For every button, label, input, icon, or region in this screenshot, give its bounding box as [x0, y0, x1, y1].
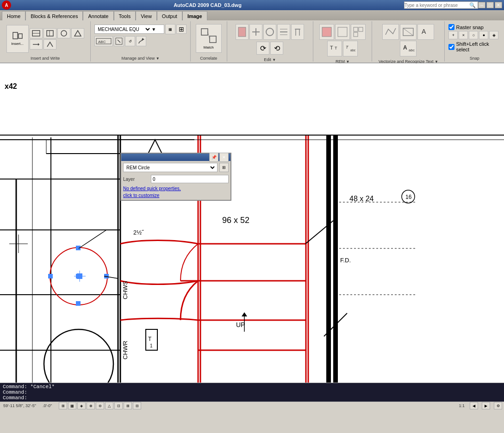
shift-click-checkbox[interactable]	[448, 44, 454, 50]
svg-text:T: T	[346, 45, 349, 49]
ribbon-btn-5[interactable]	[30, 39, 43, 49]
type-dropdown[interactable]: REM Circle	[123, 163, 218, 172]
ribbon-btn-6[interactable]	[44, 39, 56, 49]
ribbon-btn-4[interactable]	[71, 28, 84, 38]
rem-btn4-icon: T T	[328, 42, 341, 55]
manage-btn-5[interactable]: ↺	[125, 36, 135, 46]
snap-btn-4[interactable]: ●	[479, 31, 488, 39]
ribbon-btn-2[interactable]	[44, 28, 56, 38]
insert-button[interactable]: Insert...	[6, 25, 29, 53]
snap-btn-3[interactable]: ○	[469, 31, 478, 39]
manage-view-label: Manage and View ▼	[121, 55, 159, 61]
customize-link[interactable]: click to customize	[123, 193, 229, 198]
rem-btn-5[interactable]: T abc	[343, 41, 358, 56]
snap-mode-btn[interactable]: ⊞	[59, 402, 67, 409]
tab-image[interactable]: Image	[182, 11, 207, 20]
svg-rect-0	[13, 32, 18, 39]
type-settings-button[interactable]: ⊞	[219, 163, 229, 172]
manage-btn-6[interactable]	[136, 36, 146, 46]
vec-btn-2[interactable]	[400, 24, 417, 40]
svg-text:96 x 52: 96 x 52	[222, 216, 249, 225]
layer-input[interactable]	[151, 175, 229, 183]
vec-btn-4[interactable]: A abc	[400, 41, 417, 56]
snap-btn-5[interactable]: ◈	[489, 31, 498, 39]
dialog-close-button[interactable]: ✕	[219, 153, 229, 162]
close-button[interactable]: ✕	[495, 2, 502, 8]
svg-text:x42: x42	[5, 82, 17, 90]
edit-btn-4[interactable]	[277, 24, 290, 40]
rem-btn-4[interactable]: T T	[327, 41, 342, 56]
tab-blocks[interactable]: Blocks & References	[25, 11, 83, 20]
manage-dropdown[interactable]: MECHANICAL EQU ▼	[94, 25, 164, 34]
grid-btn[interactable]: ▦	[68, 402, 76, 409]
edit-btn-1[interactable]	[236, 24, 249, 40]
rem-btn-2[interactable]	[335, 24, 350, 40]
manage-btn-4[interactable]	[114, 36, 124, 46]
manage-btn-2[interactable]: ⊞	[176, 25, 187, 34]
settings-btn[interactable]: ⚙	[494, 402, 502, 409]
ducs-btn[interactable]: ⊡	[114, 402, 123, 409]
maximize-button[interactable]: □	[486, 2, 494, 8]
tab-annotate[interactable]: Annotate	[83, 11, 113, 20]
svg-text:A: A	[422, 28, 426, 35]
otrack-btn[interactable]: △	[105, 402, 113, 409]
edit-btn-6[interactable]: ⟳	[256, 42, 269, 55]
tab-output[interactable]: Output	[157, 11, 182, 20]
vec-btn-3[interactable]: A	[417, 24, 434, 40]
manage-select[interactable]: MECHANICAL EQU	[96, 26, 151, 32]
ribbon-btn-1[interactable]	[30, 28, 43, 38]
svg-rect-29	[354, 32, 358, 37]
svg-rect-4	[47, 31, 53, 36]
manage-btn-1[interactable]: ▦	[165, 24, 175, 34]
raster-snap-checkbox[interactable]	[448, 24, 454, 30]
ribbon-btn-3[interactable]	[57, 28, 70, 38]
rem-btn-1[interactable]	[319, 24, 334, 40]
match-button[interactable]: Match	[196, 24, 222, 53]
lw-btn[interactable]: ⊟	[133, 402, 141, 409]
svg-rect-68	[76, 301, 81, 306]
correlate-label: Correlate	[200, 55, 217, 61]
no-quick-props-link[interactable]: No defined quick properties,	[123, 186, 229, 191]
dyn-btn[interactable]: ⊞	[124, 402, 132, 409]
edit-btn-7[interactable]: ⟲	[270, 42, 283, 55]
dialog-pin-button[interactable]: 📌	[209, 153, 218, 162]
svg-text:CHWS: CHWS	[122, 281, 129, 299]
svg-text:T: T	[330, 45, 333, 50]
tab-tools[interactable]: Tools	[114, 11, 136, 20]
btn2-icon	[45, 29, 55, 37]
tab-home[interactable]: Home	[2, 11, 25, 20]
edit-btn-5[interactable]	[291, 24, 304, 40]
snap-btn-2[interactable]: ×	[459, 31, 468, 39]
search-icon[interactable]: 🔍	[469, 2, 476, 8]
ribbon-content: Insert...	[0, 20, 504, 63]
svg-text:1: 1	[150, 343, 153, 348]
svg-marker-13	[142, 38, 144, 40]
search-input[interactable]	[404, 3, 469, 8]
edit-btn-2[interactable]	[249, 24, 262, 40]
title-bar: A AutoCAD 2009 CAD_03.dwg 🔍 ─ □ ✕	[0, 0, 504, 10]
edit-btn-3[interactable]	[263, 24, 276, 40]
search-box[interactable]: 🔍	[404, 1, 478, 9]
type-select[interactable]: REM Circle	[124, 165, 216, 171]
rem-btn-3[interactable]	[351, 24, 366, 40]
vec-btn-1[interactable]	[382, 24, 399, 40]
canvas-area[interactable]: P 4 T 1 AC 1 x42 2½˝ 48 x 24 16 96 x 52 …	[0, 63, 504, 383]
snap-btn-1[interactable]: +	[448, 31, 458, 39]
polar-btn[interactable]: ⊕	[87, 402, 95, 409]
osnap-btn[interactable]: ⊖	[96, 402, 104, 409]
ortho-btn[interactable]: ◈	[77, 402, 86, 409]
edit-btn1-icon	[236, 25, 248, 38]
dialog-header: REM Circle ⊞	[123, 163, 229, 172]
rem-btn2-icon	[336, 25, 349, 38]
scale-prev-btn[interactable]: ◀	[470, 402, 478, 409]
match-icon	[200, 28, 217, 44]
manage-btn-3[interactable]: ABC	[94, 36, 113, 46]
tab-view[interactable]: View	[136, 11, 157, 20]
layer-label: Layer	[123, 177, 151, 182]
command-line[interactable]: Command: *Cancel* Command: Command:	[0, 383, 504, 402]
app-logo: A	[2, 0, 11, 10]
ribbon-group-vectorize: A A abc Vectorize and Recognize Text ▼	[372, 21, 445, 62]
minimize-button[interactable]: ─	[478, 2, 485, 8]
dialog-titlebar: 📌 ✕	[121, 154, 230, 161]
scale-next-btn[interactable]: ▶	[482, 402, 490, 409]
